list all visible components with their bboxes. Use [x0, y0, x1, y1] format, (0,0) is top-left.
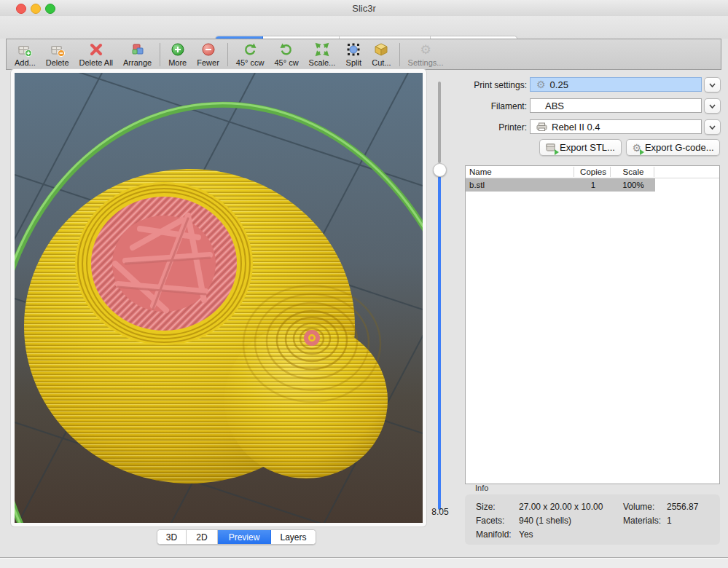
split-object-icon: [345, 42, 361, 58]
settings-button[interactable]: ⚙ Settings...: [403, 39, 449, 70]
object-copies: 1: [575, 181, 611, 189]
split-button[interactable]: Split: [340, 39, 367, 70]
delete-all-x-icon: [88, 42, 104, 58]
more-plus-icon: [170, 42, 186, 58]
chevron-down-icon: [709, 104, 716, 109]
preview-3d-viewport[interactable]: [15, 73, 423, 523]
fewer-button[interactable]: Fewer: [192, 39, 224, 70]
printer-label: Printer:: [463, 122, 527, 133]
main-tab-strip: Plater Print Settings Filament Settings …: [0, 16, 728, 39]
cut-box-icon: [373, 42, 389, 58]
rotate-ccw-button[interactable]: 45° ccw: [231, 39, 270, 70]
printer-dropdown-button[interactable]: [704, 119, 721, 135]
view-tab-layers[interactable]: Layers: [271, 530, 316, 544]
column-scale[interactable]: Scale: [611, 166, 655, 178]
info-section-title: Info: [475, 484, 488, 492]
window-bottom-strip: [0, 558, 728, 568]
settings-gear-icon: ⚙: [420, 42, 431, 58]
filament-dropdown-button[interactable]: [704, 98, 721, 114]
scale-arrows-icon: [314, 42, 330, 58]
filament-select[interactable]: ABS: [530, 98, 702, 113]
object-row-bstl[interactable]: b.stl 1 100%: [466, 178, 655, 192]
window-title: Slic3r: [0, 3, 728, 14]
view-tab-2d[interactable]: 2D: [187, 530, 218, 544]
fewer-minus-icon: [200, 42, 216, 58]
export-gcode-gear-icon: ⚙: [632, 143, 641, 153]
info-panel: Size: 27.00 x 20.00 x 10.00 Volume: 2556…: [465, 494, 720, 545]
toolbar-separator: [160, 43, 160, 66]
view-mode-tabs: 3D 2D Preview Layers: [157, 529, 316, 545]
toolbar-separator: [399, 43, 400, 66]
manifold-label: Manifold:: [476, 529, 512, 540]
printer-select[interactable]: Rebel II 0.4: [530, 119, 702, 134]
object-name: b.stl: [469, 181, 485, 189]
print-settings-label: Print settings:: [463, 80, 527, 90]
volume-value: 2556.87: [667, 502, 698, 512]
more-button[interactable]: More: [163, 39, 192, 70]
object-list-header: Name Copies Scale: [466, 166, 719, 178]
facets-label: Facets:: [476, 516, 504, 526]
object-list[interactable]: Name Copies Scale b.stl 1 100%: [465, 165, 720, 484]
export-gcode-button[interactable]: ⚙ Export G-code...: [626, 139, 720, 156]
arrange-cubes-icon: [130, 42, 146, 58]
view-tab-3d[interactable]: 3D: [157, 530, 187, 544]
facets-value: 940 (1 shells): [519, 516, 571, 526]
print-settings-select[interactable]: ⚙ 0.25: [530, 77, 702, 92]
export-stl-button[interactable]: Export STL...: [539, 139, 622, 156]
view-tab-preview[interactable]: Preview: [218, 530, 271, 544]
rotate-cw-button[interactable]: 45° cw: [269, 39, 303, 70]
toolbar: Add... Delete Delete All Arrange More Fe…: [6, 39, 721, 70]
print-settings-dropdown-button[interactable]: [704, 77, 721, 92]
scale-button[interactable]: Scale...: [304, 39, 341, 70]
layer-slider-thumb[interactable]: [433, 163, 447, 177]
toolbar-separator: [227, 43, 228, 66]
printer-icon: [536, 122, 547, 131]
rotate-cw-icon: [278, 42, 294, 58]
rotate-ccw-icon: [242, 42, 258, 58]
object-scale: 100%: [611, 181, 655, 189]
add-button[interactable]: Add...: [9, 39, 41, 70]
delete-box-icon: [50, 42, 66, 58]
cut-button[interactable]: Cut...: [367, 39, 396, 70]
size-value: 27.00 x 20.00 x 10.00: [519, 502, 603, 512]
filament-label: Filament:: [463, 101, 527, 111]
column-copies[interactable]: Copies: [575, 166, 611, 178]
volume-label: Volume:: [623, 502, 654, 512]
size-label: Size:: [476, 502, 496, 512]
export-stl-icon: [546, 142, 556, 153]
layer-slider-track-upper[interactable]: [438, 82, 441, 163]
manifold-value: Yes: [519, 529, 533, 540]
add-box-icon: [17, 42, 33, 58]
materials-label: Materials:: [623, 516, 661, 526]
chevron-down-icon: [709, 83, 716, 87]
print-profile-gear-icon: ⚙: [536, 79, 546, 90]
arrange-button[interactable]: Arrange: [118, 39, 157, 70]
delete-button[interactable]: Delete: [41, 39, 74, 70]
layer-slider-value: 8.05: [426, 507, 455, 517]
layer-slider-track-lower[interactable]: [438, 176, 441, 510]
materials-value: 1: [667, 516, 672, 526]
chevron-down-icon: [709, 125, 716, 130]
column-name[interactable]: Name: [469, 166, 492, 178]
title-bar: Slic3r: [0, 0, 728, 17]
delete-all-button[interactable]: Delete All: [74, 39, 118, 70]
